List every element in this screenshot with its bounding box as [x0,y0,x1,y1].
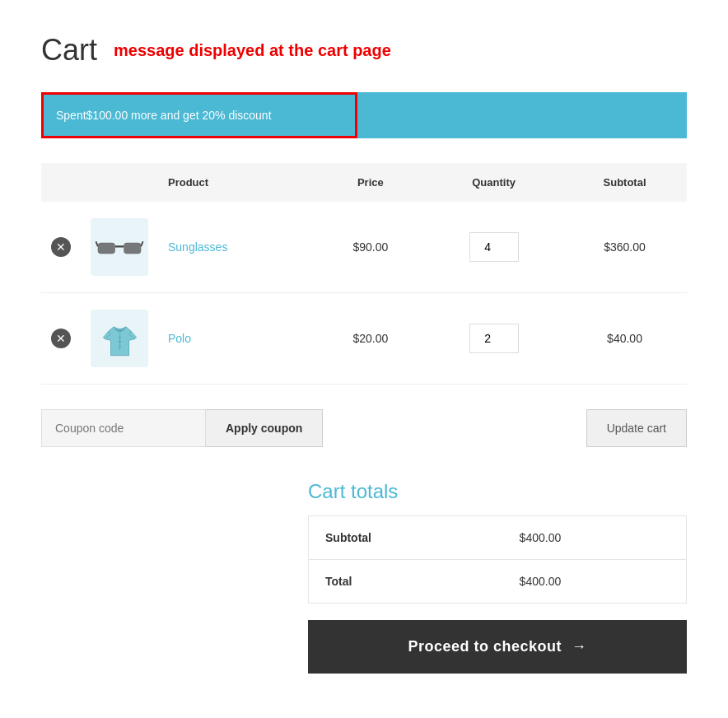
page-title: Cart [41,33,97,68]
product-image-polo [91,310,148,367]
product-link-polo[interactable]: Polo [168,332,191,345]
product-subtotal-sunglasses: $360.00 [604,240,646,254]
coupon-row: Apply coupon Update cart [41,409,687,447]
progress-bar-inner: Spent$100.00 more and get 20% discount [41,92,357,138]
checkout-arrow-icon: → [572,638,587,655]
table-row: ✕ [41,202,687,293]
product-price-polo: $20.00 [352,332,388,345]
cart-table: Product Price Quantity Subtotal ✕ [41,163,687,385]
totals-subtotal-row: Subtotal $400.00 [309,516,687,560]
total-label: Total [309,560,503,604]
remove-item-button-polo[interactable]: ✕ [51,329,71,348]
col-header-quantity: Quantity [425,163,562,202]
apply-coupon-button[interactable]: Apply coupon [206,409,323,447]
table-row: ✕ [41,293,687,385]
quantity-input-polo[interactable] [469,324,519,353]
remove-item-button[interactable]: ✕ [51,237,71,257]
product-price-sunglasses: $90.00 [352,240,388,254]
cart-totals-box: Cart totals Subtotal $400.00 Total $400.… [308,480,687,674]
product-image-sunglasses [91,218,148,276]
proceed-to-checkout-button[interactable]: Proceed to checkout → [308,620,687,674]
svg-line-4 [141,241,142,246]
svg-rect-5 [98,244,115,254]
progress-bar-text: Spent$100.00 more and get 20% discount [56,109,272,122]
checkout-label: Proceed to checkout [408,638,562,655]
cart-totals-section: Cart totals Subtotal $400.00 Total $400.… [41,480,687,674]
coupon-code-input[interactable] [41,409,206,447]
update-cart-button[interactable]: Update cart [586,409,687,447]
cart-totals-title: Cart totals [308,480,687,503]
product-subtotal-polo: $40.00 [607,332,642,345]
col-header-product: Product [158,163,315,202]
total-value: $400.00 [503,560,687,604]
svg-line-3 [96,241,98,246]
quantity-input-sunglasses[interactable] [469,232,519,262]
totals-table: Subtotal $400.00 Total $400.00 [308,515,687,604]
subtotal-value: $400.00 [503,516,687,560]
product-link-sunglasses[interactable]: Sunglasses [168,240,227,254]
progress-bar-container: Spent$100.00 more and get 20% discount [41,92,687,138]
svg-rect-6 [124,244,141,254]
totals-total-row: Total $400.00 [309,560,687,604]
header-message: message displayed at the cart page [114,41,391,60]
svg-point-10 [119,345,121,347]
col-header-subtotal: Subtotal [562,163,687,202]
col-header-price: Price [315,163,425,202]
svg-point-8 [119,336,121,338]
subtotal-label: Subtotal [309,516,503,560]
svg-point-9 [119,340,121,343]
